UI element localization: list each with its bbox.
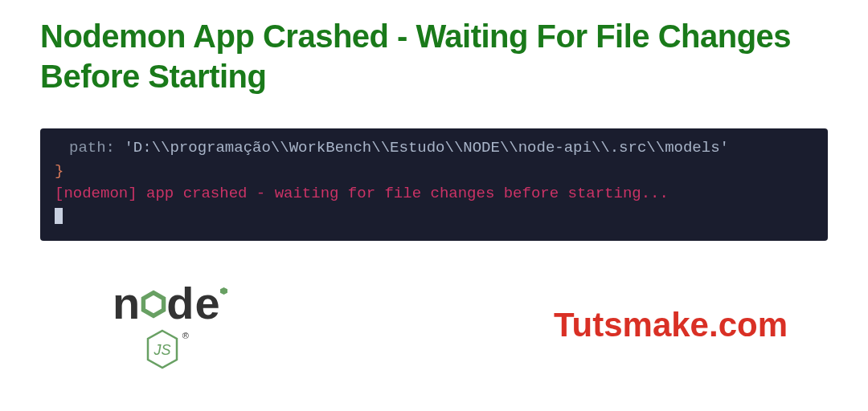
terminal-line-path: path: 'D:\\programação\\WorkBench\\Estud… xyxy=(55,136,813,160)
footer-row: nde JS ® Tutsmake.com xyxy=(40,281,828,369)
terminal-cursor-line xyxy=(55,206,813,229)
svg-marker-0 xyxy=(144,293,164,316)
brand-name: Tutsmake.com xyxy=(554,306,788,344)
terminal-error-message: [nodemon] app crashed - waiting for file… xyxy=(55,182,813,206)
node-letter-n: n xyxy=(113,278,141,328)
page-title: Nodemon App Crashed - Waiting For File C… xyxy=(40,16,828,96)
trademark-icon: ® xyxy=(182,331,189,340)
cursor-icon xyxy=(55,208,63,224)
terminal-output: path: 'D:\\programação\\WorkBench\\Estud… xyxy=(40,128,828,241)
nodejs-wordmark: nde xyxy=(113,281,221,326)
svg-marker-1 xyxy=(220,287,227,295)
terminal-closing-brace: } xyxy=(55,160,813,183)
node-green-dot-icon xyxy=(220,287,227,295)
nodejs-hexagon-icon: JS xyxy=(145,329,180,369)
terminal-path-key: path: xyxy=(55,139,115,157)
nodejs-logo: nde JS ® xyxy=(113,281,221,369)
svg-text:JS: JS xyxy=(153,342,170,358)
node-letter-d: d xyxy=(166,278,194,328)
node-hex-o-icon xyxy=(139,290,168,319)
node-letter-e: e xyxy=(194,278,220,328)
terminal-path-value: 'D:\\programação\\WorkBench\\Estudo\\NOD… xyxy=(124,139,729,157)
nodejs-hex-badge: JS ® xyxy=(145,329,189,369)
